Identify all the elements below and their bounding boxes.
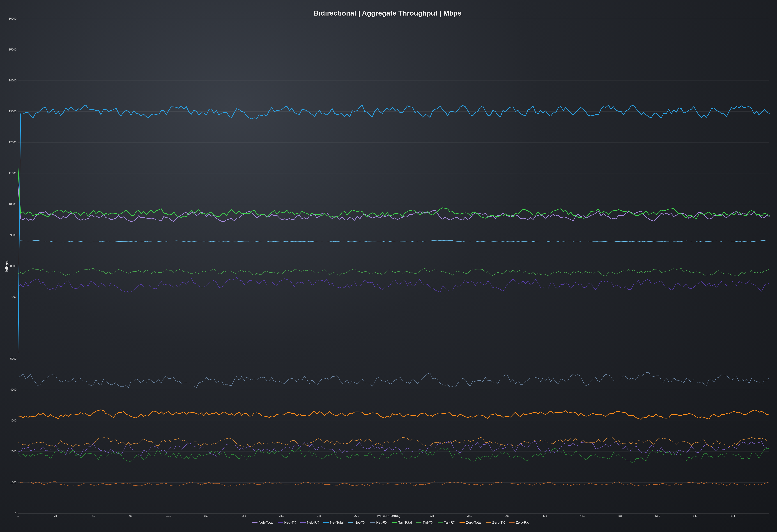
y-tick-label: 2000 bbox=[10, 450, 18, 453]
grid-line bbox=[18, 451, 769, 452]
x-tick-label: 61 bbox=[92, 513, 95, 518]
legend-item: Tail-Total bbox=[392, 521, 412, 525]
legend-item: Net-TX bbox=[348, 521, 365, 525]
y-tick-label: 10000 bbox=[9, 203, 18, 206]
series-zero-tx bbox=[18, 437, 769, 447]
series-neb-total bbox=[18, 186, 769, 222]
legend-swatch bbox=[252, 522, 257, 523]
legend-label: Neb-Total bbox=[259, 521, 273, 525]
series-tail-rx bbox=[18, 448, 769, 463]
legend-label: Tail-TX bbox=[423, 521, 433, 525]
legend-item: Net-RX bbox=[370, 521, 387, 525]
plot-area: 0100020003000400050007000800090001000011… bbox=[18, 19, 769, 514]
grid-line bbox=[18, 111, 769, 112]
legend-swatch bbox=[392, 522, 397, 523]
y-tick-label: 12000 bbox=[9, 141, 18, 144]
legend-swatch bbox=[370, 522, 375, 523]
series-neb-tx bbox=[18, 278, 769, 292]
x-tick-label: 541 bbox=[693, 513, 697, 518]
series-zero-rx bbox=[18, 482, 769, 486]
x-tick-label: 421 bbox=[542, 513, 547, 518]
x-tick-label: 181 bbox=[241, 513, 246, 518]
y-axis-label: Mbps bbox=[4, 260, 9, 272]
legend-label: Net-TX bbox=[354, 521, 365, 525]
x-tick-label: 1 bbox=[17, 513, 19, 518]
legend-swatch bbox=[509, 522, 515, 523]
x-tick-label: 481 bbox=[618, 513, 623, 518]
series-net-total bbox=[18, 105, 769, 353]
y-tick-label: 9000 bbox=[10, 233, 18, 237]
y-tick-label: 15000 bbox=[9, 48, 18, 51]
x-tick-label: 31 bbox=[54, 513, 57, 518]
chart-title: Bidirectional | Aggregate Throughput | M… bbox=[3, 9, 772, 17]
legend-item: Zero-RX bbox=[509, 521, 529, 525]
legend-label: Zero-RX bbox=[516, 521, 529, 525]
legend-item: Net-Total bbox=[323, 521, 344, 525]
x-tick-label: 511 bbox=[655, 513, 660, 518]
y-tick-label: 1000 bbox=[10, 481, 18, 484]
x-tick-label: 211 bbox=[279, 513, 284, 518]
y-tick-label: 5000 bbox=[10, 357, 18, 360]
y-tick-label: 4000 bbox=[10, 388, 18, 391]
y-tick-label: 7000 bbox=[10, 295, 18, 299]
x-tick-label: 391 bbox=[505, 513, 510, 518]
legend-label: Neb-RX bbox=[307, 521, 319, 525]
series-net-tx bbox=[18, 240, 769, 242]
x-tick-label: 121 bbox=[166, 513, 171, 518]
series-tail-tx bbox=[18, 268, 769, 276]
legend-swatch bbox=[278, 522, 283, 523]
legend-label: Net-RX bbox=[376, 521, 387, 525]
legend-label: Neb-TX bbox=[284, 521, 296, 525]
x-tick-label: 571 bbox=[731, 513, 735, 518]
x-tick-label: 91 bbox=[129, 513, 132, 518]
legend-item: Neb-TX bbox=[278, 521, 296, 525]
x-tick-label: 301 bbox=[392, 513, 397, 518]
series-tail-total bbox=[18, 167, 769, 219]
x-tick-label: 271 bbox=[354, 513, 359, 518]
series-zero-total bbox=[18, 410, 769, 419]
legend-swatch bbox=[348, 522, 353, 523]
series-net-rx bbox=[18, 373, 769, 388]
legend-item: Neb-RX bbox=[300, 521, 319, 525]
y-tick-label: 14000 bbox=[9, 79, 18, 82]
legend-swatch bbox=[486, 522, 491, 523]
grid-line bbox=[18, 390, 769, 390]
legend-swatch bbox=[438, 522, 443, 523]
x-tick-label: 331 bbox=[430, 513, 434, 518]
legend-item: Neb-Total bbox=[252, 521, 273, 525]
chart-container: Bidirectional | Aggregate Throughput | M… bbox=[0, 0, 777, 532]
x-tick-label: 451 bbox=[580, 513, 585, 518]
x-tick-label: 361 bbox=[467, 513, 472, 518]
legend-item: Tail-RX bbox=[438, 521, 455, 525]
y-tick-label: 3000 bbox=[10, 419, 18, 422]
legend-swatch bbox=[323, 522, 329, 523]
grid-line bbox=[18, 173, 769, 174]
legend: Neb-TotalNeb-TXNeb-RXNet-TotalNet-TXNet-… bbox=[18, 521, 763, 525]
legend-item: Zero-Total bbox=[459, 521, 481, 525]
legend-swatch bbox=[300, 522, 306, 523]
legend-label: Tail-RX bbox=[444, 521, 455, 525]
legend-item: Zero-TX bbox=[486, 521, 505, 525]
legend-label: Tail-Total bbox=[398, 521, 412, 525]
legend-swatch bbox=[416, 522, 422, 523]
legend-label: Zero-TX bbox=[492, 521, 505, 525]
grid-line bbox=[18, 235, 769, 235]
y-tick-label: 16000 bbox=[9, 17, 18, 20]
x-tick-label: 151 bbox=[204, 513, 208, 518]
legend-swatch bbox=[459, 522, 465, 523]
y-tick-label: 8000 bbox=[10, 264, 18, 268]
legend-label: Net-Total bbox=[330, 521, 344, 525]
y-tick-label: 11000 bbox=[9, 172, 18, 175]
x-tick-label: 241 bbox=[317, 513, 321, 518]
series-neb-rx bbox=[18, 440, 769, 456]
y-tick-label: 13000 bbox=[9, 110, 18, 113]
grid-line bbox=[18, 49, 769, 50]
legend-label: Zero-Total bbox=[466, 521, 481, 525]
legend-item: Tail-TX bbox=[416, 521, 433, 525]
